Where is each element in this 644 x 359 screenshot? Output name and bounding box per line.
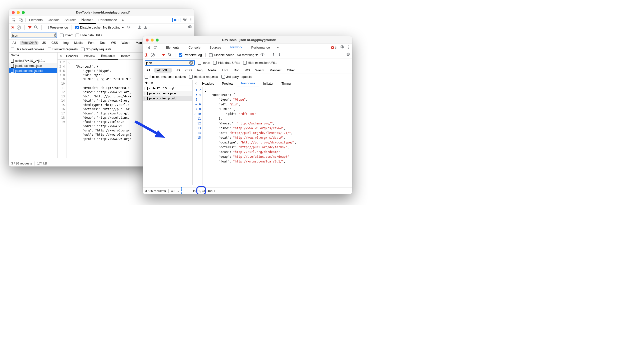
- detail-tab-preview[interactable]: Preview: [81, 53, 98, 60]
- tab-console[interactable]: Console: [45, 16, 62, 24]
- throttling-select[interactable]: No throttling: [103, 26, 124, 29]
- tab-performance[interactable]: Performance: [96, 16, 119, 24]
- type-css[interactable]: CSS: [184, 68, 194, 73]
- network-conditions-icon[interactable]: [127, 25, 131, 30]
- preserve-log-checkbox[interactable]: Preserve log: [179, 53, 202, 57]
- detail-tab-initiator[interactable]: Initiato: [118, 53, 133, 60]
- blocked-cookies-checkbox[interactable]: Has blocked cookies: [11, 48, 44, 51]
- detail-tab-initiator[interactable]: Initiator: [259, 80, 277, 87]
- hide-data-urls-checkbox[interactable]: Hide data URLs: [213, 61, 240, 65]
- type-fetch-xhr[interactable]: Fetch/XHR: [20, 41, 39, 45]
- detail-tab-response[interactable]: Response: [237, 80, 259, 87]
- name-column-header[interactable]: Name: [9, 53, 57, 58]
- type-media[interactable]: Media: [206, 68, 218, 73]
- hide-data-urls-checkbox[interactable]: Hide data URLs: [76, 34, 102, 37]
- maximize-window-button[interactable]: [156, 39, 159, 42]
- preserve-log-checkbox[interactable]: Preserve log: [45, 26, 68, 29]
- type-ws[interactable]: WS: [243, 68, 251, 73]
- export-har-icon[interactable]: [278, 53, 281, 57]
- type-ws[interactable]: WS: [109, 41, 118, 45]
- type-font[interactable]: Font: [86, 41, 96, 45]
- clear-filter-icon[interactable]: [189, 61, 193, 65]
- disable-cache-checkbox[interactable]: Disable cache: [209, 53, 234, 57]
- tab-elements[interactable]: Elements: [27, 16, 45, 24]
- network-conditions-icon[interactable]: [260, 53, 264, 57]
- detail-tab-headers[interactable]: Headers: [63, 53, 81, 60]
- filter-input[interactable]: [145, 60, 195, 66]
- third-party-checkbox[interactable]: 3rd-party requests: [81, 48, 111, 51]
- request-item-selected[interactable]: jsonldcontext.jsonld: [143, 96, 192, 101]
- import-har-icon[interactable]: [272, 53, 275, 57]
- import-har-icon[interactable]: [138, 25, 141, 30]
- close-detail-icon[interactable]: ×: [59, 54, 63, 58]
- issues-badge[interactable]: 1: [172, 18, 180, 22]
- clear-button[interactable]: [151, 53, 155, 57]
- type-wasm[interactable]: Wasm: [254, 68, 266, 73]
- device-toolbar-icon[interactable]: [152, 44, 159, 51]
- record-button[interactable]: [11, 26, 14, 29]
- disable-cache-checkbox[interactable]: Disable cache: [75, 26, 101, 29]
- kebab-menu-icon[interactable]: [189, 18, 192, 22]
- blocked-requests-checkbox[interactable]: Blocked Requests: [48, 48, 78, 51]
- detail-tab-response[interactable]: Response: [98, 53, 118, 60]
- type-fetch-xhr[interactable]: Fetch/XHR: [154, 68, 172, 73]
- settings-gear-icon[interactable]: [339, 45, 345, 50]
- detail-tab-headers[interactable]: Headers: [198, 80, 218, 87]
- type-manifest[interactable]: Manifest: [268, 68, 283, 73]
- close-detail-icon[interactable]: ×: [194, 81, 198, 86]
- tab-console[interactable]: Console: [184, 44, 205, 51]
- pretty-print-button[interactable]: { }: [180, 188, 186, 194]
- tab-sources[interactable]: Sources: [62, 16, 79, 24]
- filter-input[interactable]: [11, 33, 57, 38]
- throttling-select[interactable]: No throttling: [237, 53, 258, 57]
- type-all[interactable]: All: [145, 68, 152, 73]
- type-all[interactable]: All: [11, 41, 18, 45]
- more-tabs[interactable]: »: [120, 16, 126, 24]
- blocked-cookies-checkbox[interactable]: Blocked response cookies: [145, 75, 186, 79]
- network-settings-icon[interactable]: [188, 25, 192, 30]
- detail-tab-preview[interactable]: Preview: [218, 80, 237, 87]
- type-css[interactable]: CSS: [50, 41, 60, 45]
- network-settings-icon[interactable]: [346, 53, 350, 57]
- settings-gear-icon[interactable]: [182, 18, 188, 22]
- clear-filter-icon[interactable]: [54, 33, 56, 37]
- type-font[interactable]: Font: [220, 68, 230, 73]
- search-icon[interactable]: [34, 25, 38, 30]
- close-window-button[interactable]: [12, 11, 15, 14]
- tab-sources[interactable]: Sources: [205, 44, 226, 51]
- name-column-header[interactable]: Name: [143, 80, 192, 86]
- hide-extension-urls-checkbox[interactable]: Hide extension URLs: [243, 61, 277, 65]
- inspect-icon[interactable]: [145, 44, 152, 51]
- type-doc[interactable]: Doc: [98, 41, 107, 45]
- record-button[interactable]: [145, 53, 148, 57]
- close-window-button[interactable]: [146, 39, 149, 42]
- more-tabs[interactable]: »: [274, 44, 281, 51]
- type-wasm[interactable]: Wasm: [120, 41, 132, 45]
- request-item[interactable]: collect?v=1&_v=j10...: [143, 86, 192, 91]
- device-toolbar-icon[interactable]: [17, 16, 24, 24]
- type-img[interactable]: Img: [62, 41, 70, 45]
- request-item[interactable]: jsonld-schema.json: [143, 91, 192, 96]
- type-doc[interactable]: Doc: [232, 68, 241, 73]
- invert-checkbox[interactable]: Invert: [60, 34, 73, 37]
- inspect-icon[interactable]: [10, 16, 17, 24]
- filter-icon[interactable]: [162, 54, 165, 56]
- type-js[interactable]: JS: [174, 68, 182, 73]
- detail-tab-timing[interactable]: Timing: [277, 80, 295, 87]
- request-item[interactable]: collect?v=1&_v=j10...: [9, 58, 57, 63]
- invert-checkbox[interactable]: Invert: [198, 61, 210, 65]
- blocked-requests-checkbox[interactable]: Blocked requests: [189, 75, 218, 79]
- filter-icon[interactable]: [28, 26, 32, 29]
- kebab-menu-icon[interactable]: [347, 45, 350, 50]
- type-js[interactable]: JS: [41, 41, 48, 45]
- type-media[interactable]: Media: [72, 41, 84, 45]
- minimize-window-button[interactable]: [151, 39, 154, 42]
- export-har-icon[interactable]: [144, 25, 147, 30]
- code-content[interactable]: { "@context": { "type": "@type", "id": "…: [203, 87, 352, 185]
- tab-network[interactable]: Network: [226, 44, 247, 51]
- tab-elements[interactable]: Elements: [161, 44, 184, 51]
- tab-performance[interactable]: Performance: [247, 44, 274, 51]
- request-item-selected[interactable]: jsonldcontext.jsonld: [9, 68, 57, 73]
- errors-badge[interactable]: 3: [330, 45, 338, 50]
- request-item[interactable]: jsonld-schema.json: [9, 63, 57, 68]
